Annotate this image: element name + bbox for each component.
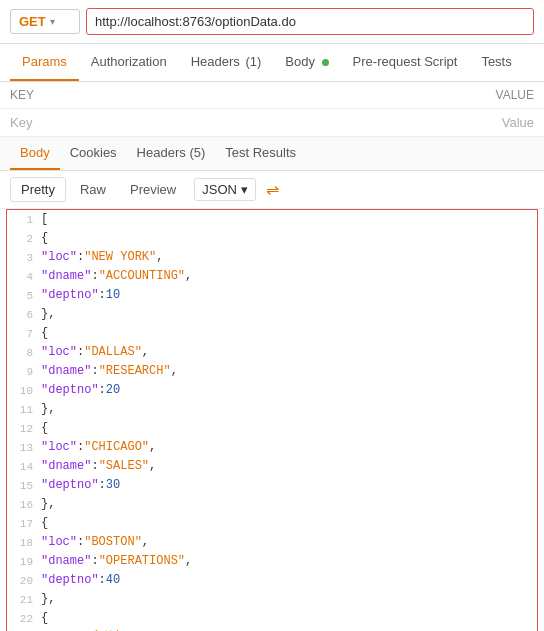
json-punct: { <box>41 419 48 437</box>
json-value: 20 <box>106 381 120 399</box>
json-key: "dname" <box>41 457 91 475</box>
tab-tests[interactable]: Tests <box>469 44 523 81</box>
json-value: "OPERATIONS" <box>99 552 185 570</box>
line-number: 20 <box>11 571 33 590</box>
tab-headers[interactable]: Headers (1) <box>179 44 274 81</box>
json-value: "DALLAS" <box>84 343 142 361</box>
json-value: "CHICAGO" <box>84 438 149 456</box>
json-body: 1[2 {3 "loc": "NEW YORK",4 "dname": "ACC… <box>6 209 538 631</box>
json-key: "loc" <box>41 343 77 361</box>
line-number: 12 <box>11 419 33 438</box>
params-value-header: VALUE <box>234 82 544 109</box>
json-value: "ACCOUNTING" <box>99 267 185 285</box>
tab-authorization[interactable]: Authorization <box>79 44 179 81</box>
json-line: 14 "dname": "SALES", <box>7 457 537 476</box>
method-chevron-icon: ▾ <box>50 16 55 27</box>
json-key: "deptno" <box>41 286 99 304</box>
json-line: 17 { <box>7 514 537 533</box>
json-line: 9 "dname": "RESEARCH", <box>7 362 537 381</box>
line-number: 13 <box>11 438 33 457</box>
json-punct: [ <box>41 210 48 228</box>
json-line: 19 "dname": "OPERATIONS", <box>7 552 537 571</box>
params-table: KEY VALUE Key Value <box>0 82 544 137</box>
json-line: 5 "deptno": 10 <box>7 286 537 305</box>
line-number: 14 <box>11 457 33 476</box>
params-key-header: KEY <box>0 82 234 109</box>
request-tabs: Params Authorization Headers (1) Body Pr… <box>0 44 544 82</box>
json-line: 1[ <box>7 210 537 229</box>
pretty-button[interactable]: Pretty <box>10 177 66 202</box>
json-value: "RESEARCH" <box>99 362 171 380</box>
json-line: 2 { <box>7 229 537 248</box>
json-key: "dname" <box>41 362 91 380</box>
json-line: 3 "loc": "NEW YORK", <box>7 248 537 267</box>
json-value: "NEW YORK" <box>84 248 156 266</box>
method-label: GET <box>19 14 46 29</box>
line-number: 15 <box>11 476 33 495</box>
line-number: 1 <box>11 210 33 229</box>
json-key: "loc" <box>41 248 77 266</box>
tab-params[interactable]: Params <box>10 44 79 81</box>
response-tab-body[interactable]: Body <box>10 137 60 170</box>
line-number: 3 <box>11 248 33 267</box>
json-key: "dname" <box>41 267 91 285</box>
json-punct: { <box>41 514 48 532</box>
json-value: "BOSTON" <box>84 533 142 551</box>
json-value: 30 <box>106 476 120 494</box>
line-number: 7 <box>11 324 33 343</box>
params-value-cell[interactable]: Value <box>234 109 544 137</box>
line-number: 8 <box>11 343 33 362</box>
top-bar: GET ▾ <box>0 0 544 44</box>
url-input[interactable] <box>86 8 534 35</box>
json-line: 7 { <box>7 324 537 343</box>
line-number: 10 <box>11 381 33 400</box>
json-line: 4 "dname": "ACCOUNTING", <box>7 267 537 286</box>
raw-button[interactable]: Raw <box>70 178 116 201</box>
headers-count-badge: (5) <box>189 145 205 160</box>
format-chevron-icon: ▾ <box>241 182 248 197</box>
json-key: "loc" <box>41 438 77 456</box>
format-label: JSON <box>202 182 237 197</box>
json-punct: { <box>41 229 48 247</box>
json-line: 6 }, <box>7 305 537 324</box>
line-number: 16 <box>11 495 33 514</box>
line-number: 6 <box>11 305 33 324</box>
json-value: "SALES" <box>99 457 149 475</box>
line-number: 5 <box>11 286 33 305</box>
line-number: 9 <box>11 362 33 381</box>
response-tab-test-results[interactable]: Test Results <box>215 137 306 170</box>
json-line: 11 }, <box>7 400 537 419</box>
json-punct: }, <box>41 495 55 513</box>
json-key: "loc" <box>41 533 77 551</box>
json-line: 16 }, <box>7 495 537 514</box>
json-line: 22 { <box>7 609 537 628</box>
line-number: 11 <box>11 400 33 419</box>
json-key: "deptno" <box>41 381 99 399</box>
response-tab-cookies[interactable]: Cookies <box>60 137 127 170</box>
tab-pre-request[interactable]: Pre-request Script <box>341 44 470 81</box>
method-select[interactable]: GET ▾ <box>10 9 80 34</box>
preview-button[interactable]: Preview <box>120 178 186 201</box>
line-number: 19 <box>11 552 33 571</box>
json-line: 10 "deptno": 20 <box>7 381 537 400</box>
json-punct: }, <box>41 305 55 323</box>
body-dot-icon <box>322 59 329 66</box>
json-key: "deptno" <box>41 476 99 494</box>
json-punct: }, <box>41 590 55 608</box>
line-number: 18 <box>11 533 33 552</box>
params-key-cell[interactable]: Key <box>0 109 234 137</box>
tab-body[interactable]: Body <box>273 44 340 81</box>
format-select[interactable]: JSON ▾ <box>194 178 256 201</box>
json-line: 13 "loc": "CHICAGO", <box>7 438 537 457</box>
json-line: 21 }, <box>7 590 537 609</box>
wrap-icon[interactable]: ⇌ <box>266 180 279 199</box>
response-tab-headers[interactable]: Headers (5) <box>127 137 216 170</box>
json-punct: { <box>41 324 48 342</box>
format-bar: Pretty Raw Preview JSON ▾ ⇌ <box>0 171 544 209</box>
line-number: 2 <box>11 229 33 248</box>
json-value: 10 <box>106 286 120 304</box>
json-key: "deptno" <box>41 571 99 589</box>
params-empty-row: Key Value <box>0 109 544 137</box>
line-number: 17 <box>11 514 33 533</box>
line-number: 21 <box>11 590 33 609</box>
